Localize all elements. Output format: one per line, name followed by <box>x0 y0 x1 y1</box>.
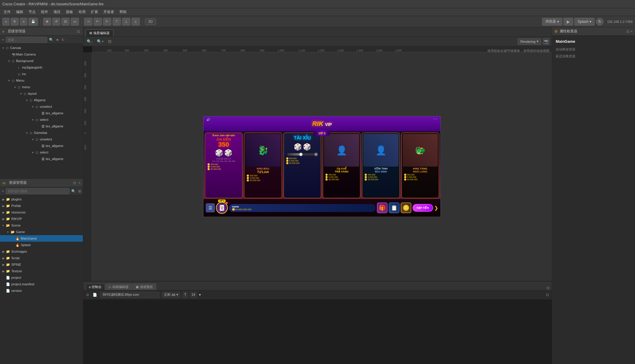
tree-gamebai[interactable]: ▾ ◻ Gamebai <box>0 129 83 136</box>
menu-edit[interactable]: 编辑 <box>14 9 26 15</box>
hierarchy-expand[interactable]: ⊡ <box>76 29 80 34</box>
assets-search-input[interactable] <box>6 188 69 194</box>
align-center-v[interactable]: ⊥ <box>122 18 130 26</box>
tree-unselect1[interactable]: ▾ ◻ unselect <box>0 103 83 110</box>
splash-select[interactable]: Splash ▾ <box>574 18 595 26</box>
tree-main-camera[interactable]: 📷 Main Camera <box>0 51 83 58</box>
deposit-button[interactable]: NẠP TIỀN <box>413 204 433 212</box>
asset-scene-folder[interactable]: ▾ 📂 Scene <box>0 222 83 229</box>
asset-maingame[interactable]: 🔥 MainGame <box>0 235 83 242</box>
menu-help[interactable]: 帮助 <box>117 9 129 15</box>
menu-project[interactable]: 项目 <box>51 9 63 15</box>
tree-layout[interactable]: ▾ ◻ layout <box>0 90 83 97</box>
gift-button[interactable]: 🎁 <box>377 202 388 213</box>
camera-icon-button[interactable]: 📷 <box>543 38 549 45</box>
align-right[interactable]: ⊢ <box>103 18 111 26</box>
stop-button[interactable]: × <box>20 18 27 26</box>
menu-extend[interactable]: 扩展 <box>89 9 100 15</box>
asset-game-folder[interactable]: ▾ 📂 Game <box>0 229 83 235</box>
shop-button[interactable]: 📋 <box>389 202 399 213</box>
console-expand-btn[interactable]: ⊡ <box>545 292 549 297</box>
console-filter-input[interactable] <box>100 292 159 298</box>
tab-game-preview[interactable]: ▣ 游戏预览 <box>132 284 156 290</box>
asset-scrimages[interactable]: ▶ 📁 ScrImages <box>0 248 83 255</box>
tree-select2[interactable]: ▾ ◻ select <box>0 149 83 156</box>
asset-splash[interactable]: 🔥 Splash <box>0 242 83 248</box>
assets-close[interactable]: × <box>78 181 80 185</box>
tree-tex2[interactable]: 🖼 tex_allgame <box>0 123 83 129</box>
asset-project[interactable]: 📄 project <box>0 274 83 281</box>
align-top[interactable]: ⊤ <box>113 18 121 26</box>
scene-refresh-button[interactable]: ↻ <box>596 18 604 26</box>
menu-panel[interactable]: 面板 <box>64 9 75 15</box>
bottom-expand[interactable]: ⊡ <box>546 286 549 290</box>
rotate-tool[interactable]: ↺ <box>52 18 60 26</box>
menu-layout[interactable]: 布局 <box>76 9 88 15</box>
game-card-0[interactable]: Ở MÁY ZING GẤP BÃO ĂN ĐẾN 350 🎲 🎲 XÌ NGẦ… <box>205 132 243 198</box>
tree-select1[interactable]: ▾ ◻ select <box>0 116 83 123</box>
align-center-h[interactable]: ⊢ <box>94 18 102 26</box>
tree-menu-sub[interactable]: ▾ ◻ menu <box>0 84 83 90</box>
asset-spine[interactable]: ▶ 📁 SPINE <box>0 261 83 268</box>
console-stop-btn[interactable]: ⊘ <box>86 292 90 297</box>
save-button[interactable]: 💾 <box>29 18 38 26</box>
align-left[interactable]: ⊣ <box>84 18 92 26</box>
tree-tex4[interactable]: 🖼 tex_allgame <box>0 156 83 162</box>
asset-version[interactable]: 📄 version <box>0 287 83 294</box>
add-node-button[interactable]: + <box>2 18 10 26</box>
assets-search-btn[interactable]: 🔍 <box>71 189 76 194</box>
menu-file[interactable]: 文件 <box>1 9 13 15</box>
console-font-chevron[interactable]: ▾ <box>199 293 201 297</box>
asset-rikvip[interactable]: ▶ 📁 RIKVIP <box>0 216 83 222</box>
asset-script[interactable]: ▶ 📁 Script <box>0 255 83 261</box>
tree-allgame[interactable]: ▾ ◻ Allgame <box>0 97 83 103</box>
game-card-1[interactable]: 🐉 KHO BÁU Tứ Linh 🪙 500.000 🪙 5.000.000 … <box>244 132 282 198</box>
assets-add-btn[interactable]: + <box>1 189 4 194</box>
tree-unselect2[interactable]: ▾ ◻ unselect <box>0 136 83 143</box>
zoom-reset-tool[interactable]: ⊡ <box>107 39 113 44</box>
tab-animation-editor[interactable]: ▷ 动画编辑器 <box>105 284 132 290</box>
rendering-select[interactable]: Rendering ▾ <box>518 38 541 45</box>
align-bottom[interactable]: ⊥ <box>132 18 140 26</box>
assets-filter-btn[interactable]: ⊞ <box>78 189 82 194</box>
properties-close[interactable]: × <box>631 29 633 34</box>
zoom-out-tool[interactable]: 🔍- <box>86 39 94 44</box>
tree-menu[interactable]: ▾ ◻ Menu <box>0 77 83 84</box>
tree-inc[interactable]: ◻ inc <box>0 71 83 77</box>
hierarchy-add-btn[interactable]: + <box>1 37 4 42</box>
browser-button[interactable]: 浏览器 ▾ <box>542 18 562 26</box>
assets-expand[interactable]: ⊡ <box>73 181 76 185</box>
hierarchy-refresh-btn[interactable]: ↻ <box>61 37 65 42</box>
console-regex-select[interactable]: 正则 All ▾ <box>162 292 180 298</box>
asset-texture[interactable]: ▶ 📁 Texture <box>0 268 83 274</box>
play-button[interactable]: ▶ <box>563 18 573 26</box>
scale-tool[interactable]: ⊡ <box>61 18 69 26</box>
hierarchy-star-btn[interactable]: ★ <box>55 37 60 42</box>
zoom-in-tool[interactable]: 🔍+ <box>96 39 105 44</box>
move-tool[interactable]: ⊕ <box>43 18 51 26</box>
game-card-5[interactable]: 🐲 KHO TÀNG NGŨ LONG 🪙 500.000 🪙 5.000.00… <box>401 132 439 198</box>
game-card-4[interactable]: 👤 SƠM TINH MÀI SINH 🪙 500.000 🪙 5.000.00… <box>362 132 400 198</box>
menu-component[interactable]: 组件 <box>39 9 50 15</box>
tree-mp3[interactable]: ♪ mp3giangsinh <box>0 64 83 71</box>
hierarchy-search-btn[interactable]: 🔍 <box>48 37 54 42</box>
tab-console[interactable]: ≡ 控制台 <box>86 284 105 290</box>
scene-view[interactable]: 100 200 300 400 500 600 700 800 900 1,00… <box>83 46 552 281</box>
rect-tool[interactable]: ▭ <box>71 18 79 26</box>
properties-expand[interactable]: ⊡ <box>626 29 629 34</box>
asset-project-manifest[interactable]: 📄 project.manifest <box>0 281 83 287</box>
asset-prefab[interactable]: ▶ 📁 Prefab <box>0 202 83 209</box>
hierarchy-search-input[interactable] <box>6 37 47 43</box>
game-card-3[interactable]: 👤 ĂN KHẾ TRẢ VÀNG 🪙 500.000 🪙 5.000.000 … <box>323 132 361 198</box>
asset-plugins[interactable]: ▶ 📁 plugins <box>0 196 83 202</box>
scroll-right-button[interactable]: ❯ <box>434 205 438 211</box>
menu-toggle-button[interactable]: ☰ <box>206 203 215 212</box>
tree-canvas[interactable]: ▾ ◻ Canvas <box>0 45 83 51</box>
tree-tex3[interactable]: 🖼 tex_allgame <box>0 143 83 149</box>
asset-resources[interactable]: ▶ 📁 resources <box>0 209 83 216</box>
tree-tex1[interactable]: 🖼 tex_allgame <box>0 110 83 116</box>
game-card-2[interactable]: TÀI XỈU 🎲 🎲 <box>283 132 321 198</box>
refresh-button[interactable]: ↻ <box>11 18 19 26</box>
tab-scene-editor[interactable]: ⊞ 场景编辑器 <box>86 29 113 37</box>
console-log-btn[interactable]: 📄 <box>92 292 98 297</box>
